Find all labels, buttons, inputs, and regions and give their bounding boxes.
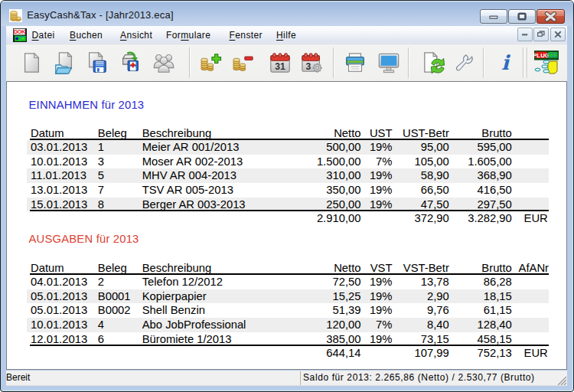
einnahmen-row[interactable]: 11.01.20135MHV AR 004-2013310,0019%58,90… [27,168,550,183]
einnahmen-total-ustbetr: 372,90 [415,211,449,226]
ausgaben-cell-ustbetr: 8,40 [427,318,449,332]
content-overlay: EINNAHMEN für 2013DatumBelegBeschreibung… [0,0,574,392]
einnahmen-cell-datum: 03.01.2013 [31,140,87,155]
einnahmen-cell-ustbetr: 105,00 [415,155,449,169]
einnahmen-cell-beleg: 7 [98,183,104,198]
einnahmen-cell-beleg: 1 [98,140,104,155]
einnahmen-cell-datum: 13.01.2013 [31,183,87,198]
einnahmen-table: DatumBelegBeschreibungNettoUSTUST-BetrBr… [27,126,550,226]
einnahmen-cell-netto: 500,00 [326,140,360,155]
einnahmen-cell-ustbetr: 58,90 [421,168,449,183]
ausgaben-cell-netto: 120,00 [326,318,360,332]
ausgaben-title: AUSGABEN für 2013 [29,232,139,246]
screen: EasyCash&Tax - [Jahr2013.eca] [0,0,574,392]
einnahmen-cell-datum: 10.01.2013 [31,155,87,169]
ausgaben-cell-beschr: Telefon 12/2012 [142,275,223,289]
app-window: EasyCash&Tax - [Jahr2013.eca] [0,0,574,392]
einnahmen-cell-ust: 19% [370,168,393,183]
einnahmen-cell-brutto: 1.605,00 [468,155,512,169]
ausgaben-cell-datum: 05.01.2013 [31,303,87,318]
ausgaben-total-brutto: 752,13 [478,346,512,361]
ausgaben-cell-brutto: 128,40 [478,318,512,332]
ausgaben-cell-beleg: 2 [98,275,104,289]
einnahmen-cell-beschr: Moser AR 002-2013 [142,155,243,169]
einnahmen-cell-beleg: 3 [98,155,104,169]
einnahmen-total-brutto: 3.282,90 [468,211,512,226]
ausgaben-cell-ust: 19% [370,303,393,318]
einnahmen-row[interactable]: 13.01.20137TSV AR 005-2013350,0019%66,50… [27,183,550,198]
ausgaben-cell-ustbetr: 9,76 [427,303,449,318]
einnahmen-cell-beschr: MHV AR 004-2013 [142,168,236,183]
einnahmen-cell-netto: 310,00 [326,168,360,183]
einnahmen-cell-beschr: TSV AR 005-2013 [142,183,233,198]
einnahmen-cell-netto: 350,00 [326,183,360,198]
ausgaben-cell-beschr: Kopierpapier [142,289,207,304]
einnahmen-cell-beleg: 5 [98,168,104,183]
ausgaben-cell-ustbetr: 13,78 [421,275,449,289]
ausgaben-row[interactable]: 10.01.20134Abo JobProfessional120,007%8,… [27,318,550,332]
ausgaben-row[interactable]: 05.01.2013B0001Kopierpapier15,2519%2,901… [27,289,550,304]
einnahmen-cell-ust: 19% [370,183,393,198]
ausgaben-total-netto: 644,14 [326,346,360,361]
einnahmen-cell-beschr: Meier AR 001/2013 [142,140,240,155]
einnahmen-total-netto: 2.910,00 [317,211,361,226]
ausgaben-cell-datum: 10.01.2013 [31,318,87,332]
ausgaben-totals-row: 644,14107,99752,13EUR [27,346,550,361]
ausgaben-cell-netto: 72,50 [332,275,360,289]
ausgaben-cell-datum: 04.01.2013 [31,275,87,289]
ausgaben-cell-beleg: 4 [98,318,104,332]
einnahmen-cell-netto: 1.500,00 [317,155,361,169]
ausgaben-cell-brutto: 18,15 [484,289,512,304]
ausgaben-header-row: DatumBelegBeschreibungNettoVSTVST-BetrBr… [27,261,550,276]
einnahmen-cell-brutto: 416,50 [478,183,512,198]
ausgaben-cell-netto: 15,25 [332,289,360,304]
einnahmen-header-row: DatumBelegBeschreibungNettoUSTUST-BetrBr… [27,126,550,141]
einnahmen-cell-ustbetr: 66,50 [421,183,449,198]
ausgaben-cell-beschr: Shell Benzin [142,303,205,318]
einnahmen-cell-ustbetr: 95,00 [421,140,449,155]
einnahmen-cell-brutto: 595,00 [478,140,512,155]
einnahmen-title: EINNAHMEN für 2013 [29,98,145,112]
ausgaben-cell-datum: 05.01.2013 [31,289,87,304]
ausgaben-total-last: EUR [524,346,548,361]
ausgaben-cell-netto: 51,39 [332,303,360,318]
ausgaben-cell-beleg: B0002 [98,303,131,318]
einnahmen-total-last: EUR [524,211,548,226]
einnahmen-totals-row: 2.910,00372,903.282,90EUR [27,211,550,226]
ausgaben-table: DatumBelegBeschreibungNettoVSTVST-BetrBr… [27,261,550,361]
einnahmen-row[interactable]: 03.01.20131Meier AR 001/2013500,0019%95,… [27,140,550,155]
ausgaben-cell-ustbetr: 2,90 [427,289,449,304]
einnahmen-cell-ust: 7% [376,155,392,169]
ausgaben-cell-ust: 19% [370,289,393,304]
ausgaben-total-ustbetr: 107,99 [415,346,449,361]
ausgaben-cell-brutto: 86,28 [484,275,512,289]
ausgaben-cell-brutto: 61,15 [484,303,512,318]
ausgaben-cell-beleg: B0001 [98,289,131,304]
einnahmen-cell-ust: 19% [370,140,393,155]
ausgaben-row[interactable]: 04.01.20132Telefon 12/201272,5019%13,788… [27,275,550,289]
einnahmen-row[interactable]: 10.01.20133Moser AR 002-20131.500,007%10… [27,155,550,169]
ausgaben-cell-beschr: Abo JobProfessional [142,318,246,332]
einnahmen-cell-datum: 11.01.2013 [31,168,86,183]
einnahmen-cell-brutto: 368,90 [478,168,512,183]
ausgaben-row[interactable]: 05.01.2013B0002Shell Benzin51,3919%9,766… [27,303,550,318]
ausgaben-cell-ust: 19% [370,275,393,289]
ausgaben-cell-ust: 7% [376,318,392,332]
